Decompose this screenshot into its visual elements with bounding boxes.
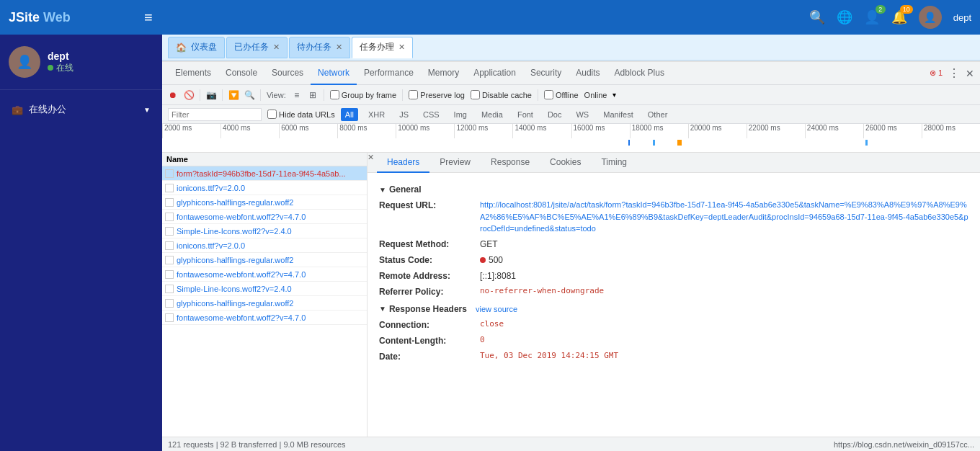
bell-icon[interactable]: 🔔 10 <box>891 9 907 25</box>
detail-tab-timing[interactable]: Timing <box>591 153 637 173</box>
devtools-tab-security[interactable]: Security <box>523 62 569 85</box>
mark-10000: 10000 ms <box>396 124 454 138</box>
referrer-policy-value: no-referrer-when-downgrade <box>480 285 968 298</box>
sidebar: 👤 dept 在线 💼 在线办公 ▼ <box>0 35 162 451</box>
group-by-frame-checkbox[interactable]: Group by frame <box>330 90 396 99</box>
tab-task-handle[interactable]: 任务办理 ✕ <box>352 37 413 58</box>
detail-close-button[interactable]: ✕ <box>368 153 374 172</box>
offline-checkbox[interactable]: Offline <box>544 90 579 99</box>
devtools-tab-performance[interactable]: Performance <box>357 62 421 85</box>
request-checkbox-4[interactable] <box>165 227 174 236</box>
devtools-tab-network[interactable]: Network <box>311 62 357 85</box>
sidebar-item-online-work[interactable]: 💼 在线办公 ▼ <box>0 96 162 123</box>
request-item-4[interactable]: Simple-Line-Icons.woff2?v=2.4.0 <box>162 224 367 238</box>
tab-pending-tasks[interactable]: 待办任务 ✕ <box>289 37 350 58</box>
filter-input[interactable] <box>168 108 262 121</box>
sidebar-user-info: dept 在线 <box>48 50 74 74</box>
disable-cache-input[interactable] <box>471 90 480 99</box>
filter-ws[interactable]: WS <box>571 109 593 120</box>
request-checkbox-0[interactable] <box>165 169 174 178</box>
tab-pending-tasks-close[interactable]: ✕ <box>336 43 342 52</box>
request-item-0[interactable]: form?taskId=946b3fbe-15d7-11ea-9f45-4a5a… <box>162 166 367 181</box>
request-url-row: Request URL: http://localhost:8081/jsite… <box>379 199 968 235</box>
devtools-more-icon[interactable]: ⋮ <box>948 66 960 80</box>
group-by-frame-input[interactable] <box>330 90 339 99</box>
filter-doc[interactable]: Doc <box>543 109 566 120</box>
devtools-tab-audits[interactable]: Audits <box>569 62 607 85</box>
request-item-10[interactable]: fontawesome-webfont.woff2?v=4.7.0 <box>162 311 367 325</box>
request-item-3[interactable]: fontawesome-webfont.woff2?v=4.7.0 <box>162 210 367 224</box>
request-checkbox-3[interactable] <box>165 213 174 221</box>
request-item-5[interactable]: ionicons.ttf?v=2.0.0 <box>162 238 367 253</box>
filter-css[interactable]: CSS <box>419 109 444 120</box>
disable-cache-checkbox[interactable]: Disable cache <box>471 90 532 99</box>
avatar[interactable]: 👤 <box>919 6 942 29</box>
detail-tab-headers[interactable]: Headers <box>377 153 429 173</box>
request-item-7[interactable]: fontawesome-webfont.woff2?v=4.7.0 <box>162 267 367 282</box>
devtools-tab-sources[interactable]: Sources <box>264 62 311 85</box>
devtools-tab-application[interactable]: Application <box>466 62 523 85</box>
hamburger-button[interactable]: ≡ <box>138 6 159 29</box>
connection-value: close <box>480 318 968 331</box>
request-checkbox-9[interactable] <box>165 299 174 308</box>
request-checkbox-6[interactable] <box>165 256 174 264</box>
filter-js[interactable]: JS <box>395 109 413 120</box>
filter-media[interactable]: Media <box>477 109 507 120</box>
request-name-9: glyphicons-halflings-regular.woff2 <box>177 299 293 308</box>
tab-task-handle-close[interactable]: ✕ <box>398 43 405 52</box>
request-item-2[interactable]: glyphicons-halflings-regular.woff2 <box>162 195 367 210</box>
devtools-tab-console[interactable]: Console <box>218 62 264 85</box>
clear-button[interactable]: 🚫 <box>184 90 194 100</box>
view-list-icon[interactable]: ≡ <box>292 90 302 100</box>
tab-done-tasks[interactable]: 已办任务 ✕ <box>226 37 288 58</box>
hide-data-urls-input[interactable] <box>267 110 277 119</box>
request-name-7: fontawesome-webfont.woff2?v=4.7.0 <box>177 270 306 279</box>
request-checkbox-7[interactable] <box>165 270 174 279</box>
online-dropdown[interactable]: Online <box>584 91 607 99</box>
preserve-log-input[interactable] <box>409 90 418 99</box>
detail-tab-response[interactable]: Response <box>481 153 540 173</box>
globe-icon[interactable]: 🌐 <box>837 9 852 25</box>
request-checkbox-8[interactable] <box>165 285 174 293</box>
search-network-icon[interactable]: 🔍 <box>244 90 254 100</box>
devtools-close-button[interactable]: ✕ <box>966 68 974 79</box>
person-icon[interactable]: 👤 2 <box>864 9 880 25</box>
offline-input[interactable] <box>544 90 553 99</box>
request-item-1[interactable]: ionicons.ttf?v=2.0.0 <box>162 181 367 195</box>
camera-icon[interactable]: 📷 <box>206 90 216 100</box>
devtools-tab-adblock[interactable]: Adblock Plus <box>607 62 672 85</box>
filter-icon[interactable]: 🔽 <box>228 90 239 100</box>
preserve-log-checkbox[interactable]: Preserve log <box>409 90 465 99</box>
request-item-9[interactable]: glyphicons-halflings-regular.woff2 <box>162 296 367 311</box>
devtools-tab-elements[interactable]: Elements <box>168 62 218 85</box>
toolbar-divider-4 <box>324 89 324 101</box>
toolbar-divider-1 <box>200 89 200 101</box>
request-checkbox-2[interactable] <box>165 198 174 207</box>
connection-row: Connection: close <box>379 318 968 331</box>
devtools-tab-memory[interactable]: Memory <box>421 62 466 85</box>
request-name-4: Simple-Line-Icons.woff2?v=2.4.0 <box>177 227 292 236</box>
filter-xhr[interactable]: XHR <box>364 109 389 120</box>
filter-font[interactable]: Font <box>513 109 538 120</box>
filter-all-button[interactable]: All <box>341 108 358 121</box>
detail-tab-cookies[interactable]: Cookies <box>540 153 591 173</box>
request-item-8[interactable]: Simple-Line-Icons.woff2?v=2.4.0 <box>162 282 367 296</box>
tab-done-tasks-close[interactable]: ✕ <box>273 43 280 52</box>
tab-dashboard[interactable]: 🏠 仪表盘 <box>168 37 225 58</box>
detail-tab-preview[interactable]: Preview <box>429 153 481 173</box>
filter-other[interactable]: Other <box>643 109 672 120</box>
view-grid-icon[interactable]: ⊞ <box>308 90 318 100</box>
content-length-value: 0 <box>480 334 968 347</box>
filter-manifest[interactable]: Manifest <box>599 109 638 120</box>
filter-img[interactable]: Img <box>450 109 471 120</box>
view-source-link[interactable]: view source <box>476 305 517 313</box>
request-checkbox-10[interactable] <box>165 313 174 322</box>
request-checkbox-5[interactable] <box>165 241 174 250</box>
hide-data-urls-checkbox[interactable]: Hide data URLs <box>267 110 335 119</box>
search-icon[interactable]: 🔍 <box>809 9 825 25</box>
online-chevron-icon[interactable]: ▾ <box>612 91 616 99</box>
record-button[interactable]: ⏺ <box>168 90 178 100</box>
request-item-6[interactable]: glyphicons-halflings-regular.woff2 <box>162 253 367 267</box>
sidebar-avatar: 👤 <box>9 46 40 78</box>
request-checkbox-1[interactable] <box>165 184 174 192</box>
